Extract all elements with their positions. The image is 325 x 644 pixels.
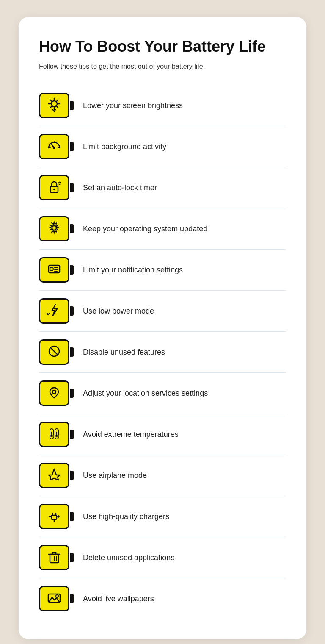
battery-icon-wrapper (39, 134, 74, 159)
battery-icon-wrapper (39, 463, 74, 488)
item-label: Use high-quality chargers (83, 511, 169, 522)
settings-icon (46, 220, 62, 238)
item-label: Use airplane mode (83, 470, 147, 481)
wallpaper-icon (46, 590, 62, 608)
battery-tip (70, 265, 74, 275)
svg-point-15 (53, 189, 55, 190)
battery-tip (70, 224, 74, 233)
svg-line-7 (57, 100, 58, 101)
airplane-icon (46, 466, 62, 484)
page-title: How To Boost Your Battery Life (39, 37, 286, 56)
list-item: ⏱ Set an auto-lock timer (39, 167, 286, 208)
list-item: Limit background activity (39, 126, 286, 167)
battery-body (39, 463, 69, 488)
item-label: Set an auto-lock timer (83, 183, 157, 193)
battery-body (39, 93, 69, 118)
svg-line-24 (51, 348, 58, 355)
battery-body (39, 216, 69, 242)
battery-icon-wrapper (39, 339, 74, 365)
battery-icon-wrapper (39, 504, 74, 529)
battery-tip (70, 101, 74, 110)
item-label: Avoid extreme temperatures (83, 429, 179, 440)
disable-icon (46, 343, 62, 361)
battery-icon-wrapper (39, 380, 74, 406)
item-label: Lower your screen brightness (83, 100, 183, 111)
battery-body (39, 380, 69, 406)
svg-point-10 (53, 147, 55, 149)
autolock-icon: ⏱ (46, 179, 62, 197)
svg-text:⏱: ⏱ (58, 181, 61, 186)
battery-tip (70, 594, 74, 603)
item-label: Keep your operating system updated (83, 224, 207, 234)
notification-icon (46, 261, 62, 279)
battery-body (39, 504, 69, 529)
list-item: Disable unused features (39, 332, 286, 373)
battery-body (39, 257, 69, 283)
battery-icon-wrapper (39, 422, 74, 447)
background-icon (46, 138, 62, 155)
lowpower-icon (46, 302, 62, 320)
svg-line-5 (50, 100, 52, 101)
battery-tip (70, 553, 74, 562)
list-item: Avoid live wallpapers (39, 578, 286, 619)
battery-icon-wrapper (39, 586, 74, 611)
battery-body (39, 422, 69, 447)
battery-body (39, 545, 69, 570)
item-label: Limit your notification settings (83, 265, 183, 275)
item-label: Adjust your location services settings (83, 388, 208, 399)
battery-tip (70, 389, 74, 398)
item-label: Avoid live wallpapers (83, 594, 154, 604)
battery-tip (70, 430, 74, 439)
list-item: Use high-quality chargers (39, 496, 286, 537)
battery-body: ⏱ (39, 175, 69, 200)
list-item: Delete unused applications (39, 537, 286, 578)
tips-list: Lower your screen brightness (39, 85, 286, 619)
battery-icon-wrapper (39, 298, 74, 324)
battery-body (39, 134, 69, 159)
battery-icon-wrapper (39, 545, 74, 570)
page-subtitle: Follow these tips to get the most out of… (39, 61, 286, 72)
charger-icon (46, 508, 62, 525)
battery-body (39, 586, 69, 611)
battery-body (39, 339, 69, 365)
svg-point-25 (52, 390, 56, 394)
battery-tip (70, 306, 74, 316)
battery-body (39, 298, 69, 324)
item-label: Delete unused applications (83, 552, 174, 563)
list-item: Adjust your location services settings (39, 373, 286, 414)
battery-tip (70, 347, 74, 357)
battery-tip (70, 471, 74, 480)
svg-point-49 (56, 595, 58, 597)
battery-icon-wrapper (39, 216, 74, 242)
item-label: Disable unused features (83, 347, 165, 358)
battery-icon-wrapper (39, 93, 74, 118)
list-item: Keep your operating system updated (39, 208, 286, 250)
battery-tip (70, 183, 74, 192)
list-item: Use low power mode (39, 291, 286, 332)
item-label: Limit background activity (83, 142, 166, 152)
list-item: Avoid extreme temperatures (39, 414, 286, 455)
battery-icon-wrapper (39, 257, 74, 283)
brightness-icon (46, 97, 62, 114)
svg-line-6 (57, 106, 58, 108)
svg-point-19 (50, 267, 53, 271)
battery-icon-wrapper: ⏱ (39, 175, 74, 200)
temperature-icon (46, 425, 62, 443)
location-icon (46, 384, 62, 402)
main-card: How To Boost Your Battery Life Follow th… (19, 17, 306, 639)
svg-rect-32 (52, 515, 57, 519)
trash-icon (46, 549, 62, 566)
list-item: Lower your screen brightness (39, 85, 286, 126)
svg-point-0 (51, 101, 57, 107)
list-item: Use airplane mode (39, 455, 286, 496)
item-label: Use low power mode (83, 306, 154, 316)
battery-tip (70, 512, 74, 521)
svg-line-8 (50, 106, 52, 108)
list-item: Limit your notification settings (39, 250, 286, 291)
battery-tip (70, 142, 74, 151)
